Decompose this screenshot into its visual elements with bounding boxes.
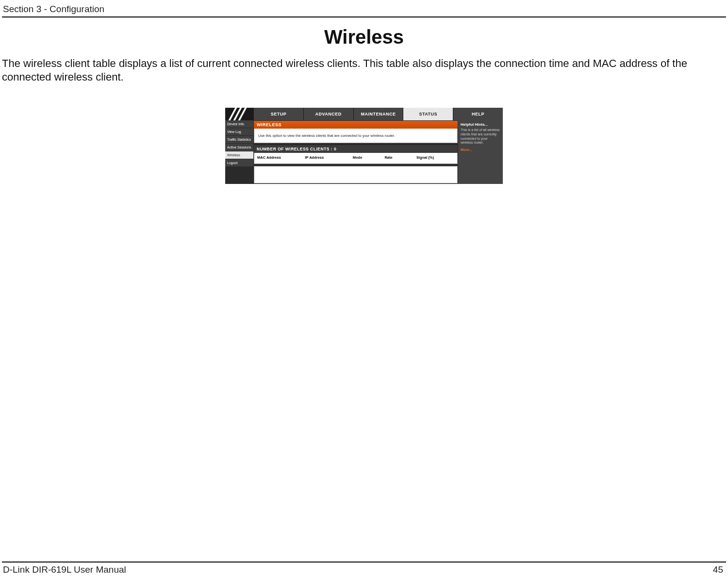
- sidebar: Device Info View Log Traffic Statistics …: [225, 120, 253, 184]
- panel-description: Use this option to view the wireless cli…: [254, 129, 458, 143]
- section-header: Section 3 - Configuration: [3, 4, 104, 15]
- tab-advanced[interactable]: ADVANCED: [303, 108, 353, 120]
- col-signal: Signal (%): [415, 154, 455, 161]
- hints-more-link[interactable]: More...: [461, 148, 500, 152]
- table-header-row: MAC Address IP Address Mode Rate Signal …: [256, 154, 455, 161]
- empty-content-strip: [254, 166, 458, 183]
- footer-manual-name: D-Link DIR-619L User Manual: [3, 564, 126, 575]
- clients-table: MAC Address IP Address Mode Rate Signal …: [254, 153, 458, 164]
- col-mac-address: MAC Address: [256, 154, 304, 161]
- sidebar-item-wireless[interactable]: Wireless: [225, 151, 253, 159]
- sidebar-item-device-info[interactable]: Device Info: [225, 120, 253, 128]
- page-title: Wireless: [0, 26, 728, 48]
- tab-status[interactable]: STATUS: [403, 108, 453, 120]
- panel-heading-clients-count: NUMBER OF WIRELESS CLIENTS : 0: [254, 145, 458, 153]
- tab-help[interactable]: HELP: [453, 108, 503, 120]
- sidebar-item-traffic-statistics[interactable]: Traffic Statistics: [225, 136, 253, 144]
- header-rule: [2, 17, 726, 17]
- tab-setup[interactable]: SETUP: [253, 108, 303, 120]
- sidebar-item-active-sessions[interactable]: Active Sessions: [225, 144, 253, 151]
- footer-page-number: 45: [713, 564, 723, 575]
- hints-title: Helpful Hints...: [461, 122, 500, 127]
- main-panel: WIRELESS Use this option to view the wir…: [253, 120, 458, 184]
- panel-heading-wireless: WIRELESS: [254, 121, 458, 129]
- sidebar-item-logout[interactable]: Logout: [225, 159, 253, 167]
- col-mode: Mode: [352, 154, 384, 161]
- hints-text: This is a list of all wireless clients t…: [461, 128, 500, 145]
- col-ip-address: IP Address: [304, 154, 351, 161]
- router-admin-screenshot: SETUP ADVANCED MAINTENANCE STATUS HELP D…: [225, 108, 503, 184]
- footer-rule: [2, 562, 726, 562]
- col-rate: Rate: [383, 154, 415, 161]
- helpful-hints-panel: Helpful Hints... This is a list of all w…: [458, 120, 503, 184]
- sidebar-item-view-log[interactable]: View Log: [225, 128, 253, 136]
- intro-text: The wireless client table displays a lis…: [2, 57, 725, 83]
- brand-logo: [225, 108, 253, 120]
- tab-maintenance[interactable]: MAINTENANCE: [353, 108, 403, 120]
